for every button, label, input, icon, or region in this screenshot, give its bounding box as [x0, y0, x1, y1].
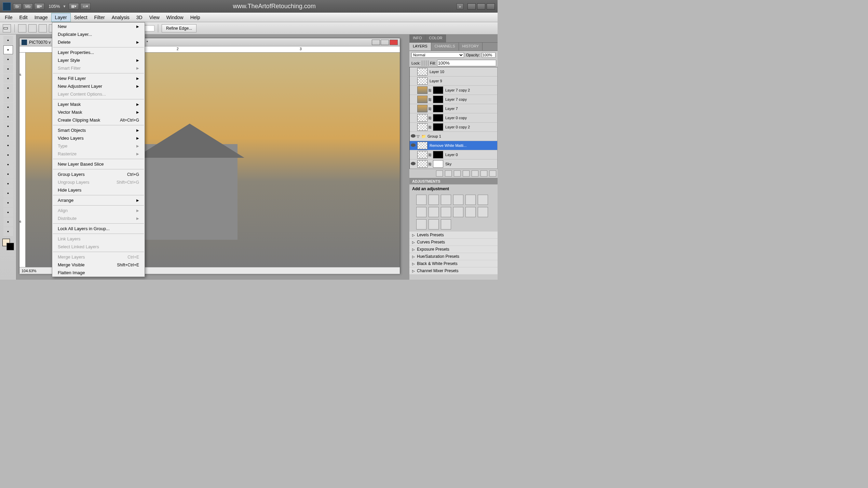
doc-close-button[interactable] [390, 40, 398, 45]
gradient-map-icon[interactable] [429, 219, 439, 229]
menu-item-new-layer-based-slice[interactable]: New Layer Based Slice [52, 160, 145, 168]
layer-row[interactable]: ⛓Layer 7 copy 2 [410, 86, 497, 95]
menu-window[interactable]: Window [163, 13, 187, 22]
mask-thumbnail[interactable] [433, 160, 443, 168]
fill-input[interactable] [437, 60, 496, 66]
layer-thumbnail[interactable] [417, 160, 428, 168]
channel-mixer-icon[interactable] [453, 207, 463, 217]
selection-add-icon[interactable] [28, 24, 37, 32]
menu-item-group-layers[interactable]: Group LayersCtrl+G [52, 170, 145, 178]
layer-row[interactable]: ⛓Layer 0 copy 2 [410, 123, 497, 132]
selection-subtract-icon[interactable] [39, 24, 47, 32]
layer-name[interactable]: Layer 7 copy 2 [444, 88, 497, 92]
threshold-icon[interactable] [416, 219, 426, 229]
heal-tool[interactable]: • [3, 93, 13, 102]
doc-maximize-button[interactable] [381, 40, 389, 45]
photo-filter-icon[interactable] [441, 207, 451, 217]
preset-hue-saturation-presets[interactable]: ▷Hue/Saturation Presets [409, 253, 498, 260]
history-tool[interactable]: • [3, 122, 13, 131]
preset-curves-presets[interactable]: ▷Curves Presets [409, 239, 498, 246]
menu-item-new-adjustment-layer[interactable]: New Adjustment Layer▶ [52, 82, 145, 90]
menu-item-layer-mask[interactable]: Layer Mask▶ [52, 100, 145, 108]
menu-edit[interactable]: Edit [16, 13, 31, 22]
menu-item-duplicate-layer-[interactable]: Duplicate Layer... [52, 30, 145, 38]
menu-image[interactable]: Image [31, 13, 51, 22]
menu-item-delete[interactable]: Delete▶ [52, 38, 145, 46]
menu-layer[interactable]: Layer [51, 13, 71, 22]
screen-mode-button[interactable]: ▭▾ [80, 3, 91, 10]
menu-item-layer-properties-[interactable]: Layer Properties... [52, 48, 145, 56]
layer-row[interactable]: ▽📁Group 1 [410, 132, 497, 141]
menu-item-lock-all-layers-in-group-[interactable]: Lock All Layers in Group... [52, 225, 145, 233]
menu-view[interactable]: View [146, 13, 163, 22]
zoom-tool[interactable]: • [3, 227, 13, 236]
layer-thumbnail[interactable] [417, 86, 428, 94]
menu-item-video-layers[interactable]: Video Layers▶ [52, 134, 145, 142]
tab-channels[interactable]: CHANNELS [431, 43, 459, 51]
exposure-icon[interactable] [453, 195, 463, 205]
menu-item-flatten-image[interactable]: Flatten Image [52, 269, 145, 277]
menu-analysis[interactable]: Analysis [108, 13, 133, 22]
link-layers-icon[interactable] [436, 170, 443, 177]
menu-select[interactable]: Select [71, 13, 91, 22]
menu-item-smart-objects[interactable]: Smart Objects▶ [52, 126, 145, 134]
layer-name[interactable]: Layer 9 [428, 79, 497, 83]
blur-tool[interactable]: • [3, 151, 13, 159]
layer-thumbnail[interactable] [417, 114, 428, 122]
layer-row[interactable]: Layer 10 [410, 67, 497, 76]
layer-thumbnail[interactable] [417, 96, 428, 103]
doc-minimize-button[interactable] [372, 40, 380, 45]
view-extras-button[interactable]: ▦▾ [34, 3, 44, 10]
preset-exposure-presets[interactable]: ▷Exposure Presets [409, 246, 498, 253]
menu-file[interactable]: File [1, 13, 16, 22]
bridge-button[interactable]: Br [13, 3, 22, 10]
crop-tool[interactable]: • [3, 74, 13, 83]
layer-thumbnail[interactable] [417, 77, 428, 85]
selection-new-icon[interactable] [18, 24, 26, 32]
path-tool[interactable]: • [3, 189, 13, 198]
layer-thumbnail[interactable] [417, 151, 428, 158]
maximize-button[interactable] [477, 3, 485, 10]
layer-row[interactable]: ⛓Layer 0 [410, 150, 497, 159]
workspace-switcher[interactable]: » [457, 3, 463, 10]
tab-color[interactable]: COLOR [425, 34, 446, 42]
refine-edge-button[interactable]: Refine Edge... [162, 24, 196, 32]
gradient-tool[interactable]: • [3, 141, 13, 150]
opacity-input[interactable] [482, 52, 496, 58]
mask-thumbnail[interactable] [433, 114, 443, 122]
layer-name[interactable]: Layer 0 [444, 153, 497, 157]
dodge-tool[interactable]: • [3, 160, 13, 169]
menu-item-new[interactable]: New▶ [52, 23, 145, 30]
layer-name[interactable]: Layer 10 [428, 70, 497, 74]
menu-item-create-clipping-mask[interactable]: Create Clipping MaskAlt+Ctrl+G [52, 116, 145, 124]
stamp-tool[interactable]: • [3, 112, 13, 121]
menu-item-new-fill-layer[interactable]: New Fill Layer▶ [52, 74, 145, 82]
layer-row[interactable]: ⛓Sky [410, 159, 497, 169]
lock-position-icon[interactable] [426, 60, 426, 66]
tab-history[interactable]: HISTORY [459, 43, 483, 51]
lock-all-icon[interactable] [428, 60, 429, 66]
layers-list[interactable]: Layer 10Layer 9⛓Layer 7 copy 2⛓Layer 7 c… [409, 67, 498, 169]
lock-pixels-icon[interactable] [424, 60, 424, 66]
levels-icon[interactable] [429, 195, 439, 205]
eraser-tool[interactable]: • [3, 131, 13, 140]
menu-item-vector-mask[interactable]: Vector Mask▶ [52, 108, 145, 116]
preset-levels-presets[interactable]: ▷Levels Presets [409, 232, 498, 239]
adjustment-layer-icon[interactable] [463, 170, 470, 177]
visibility-toggle[interactable] [410, 162, 417, 166]
layer-row[interactable]: Remove White Matti... [410, 141, 497, 150]
wand-tool[interactable]: • [3, 65, 13, 73]
minimize-button[interactable] [467, 3, 476, 10]
zoom-level[interactable]: 105% [49, 4, 60, 9]
hue-sat-icon[interactable] [478, 195, 488, 205]
close-button[interactable] [487, 3, 495, 10]
visibility-toggle[interactable] [410, 134, 417, 138]
mask-thumbnail[interactable] [433, 105, 443, 112]
layer-mask-icon[interactable] [454, 170, 461, 177]
layer-row[interactable]: ⛓Layer 7 copy [410, 95, 497, 104]
minibridge-button[interactable]: Mb [23, 3, 33, 10]
layer-row[interactable]: ⛓Layer 7 [410, 104, 497, 113]
3d-tool[interactable]: • [3, 208, 13, 217]
mask-thumbnail[interactable] [433, 123, 443, 131]
layer-fx-icon[interactable] [445, 170, 452, 177]
